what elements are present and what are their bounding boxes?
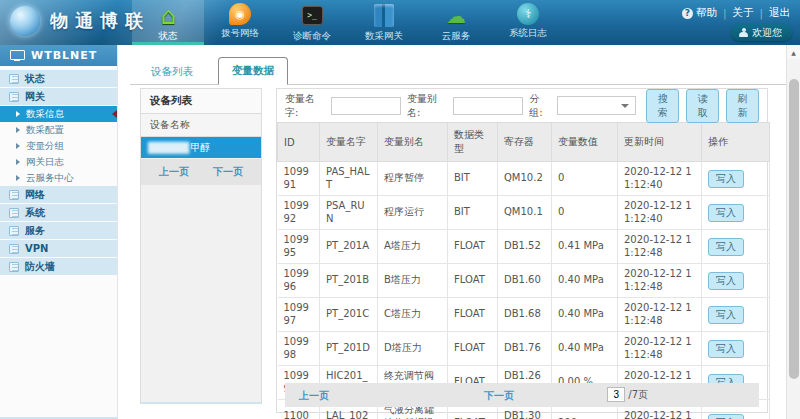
col-alias: 变量别名 <box>378 123 448 162</box>
write-button[interactable]: 写入 <box>708 204 744 222</box>
prev-page-link[interactable]: 上一页 <box>299 389 329 403</box>
nav-label: 拨号网络 <box>221 27 259 40</box>
arrow-right-icon <box>16 159 20 165</box>
nav-label: 状态 <box>159 30 178 43</box>
logout-link[interactable]: 退出 <box>769 6 790 20</box>
write-button[interactable]: 写入 <box>708 414 744 419</box>
cell-name: PT_201B <box>320 264 378 298</box>
sidebar-item-label: 系统 <box>25 206 45 220</box>
write-button[interactable]: 写入 <box>708 170 744 188</box>
list-icon <box>9 92 19 102</box>
page-number-input[interactable] <box>607 387 625 402</box>
device-panel-title: 设备列表 <box>141 89 261 114</box>
divider: | <box>759 7 763 19</box>
col-action: 操作 <box>702 123 770 162</box>
cell-id: 109997 <box>278 298 320 332</box>
nav-item-gateway[interactable]: 数采网关 <box>348 0 420 45</box>
cell-alias: C塔压力 <box>378 298 448 332</box>
cell-updated: 2020-12-12 11:12:40 <box>618 162 702 196</box>
device-item-selected[interactable]: ██████ 甲醇 <box>141 137 261 158</box>
sidebar-sub-label: 数采配置 <box>26 124 64 137</box>
next-page-link[interactable]: 下一页 <box>484 389 514 403</box>
sidebar-item-network[interactable]: 网络 <box>0 186 117 203</box>
main-content: 设备列表 变量数据 设备列表 设备名称 ██████ 甲醇 上一页 下一页 变量… <box>130 45 786 419</box>
variable-alias-input[interactable] <box>453 97 523 115</box>
nav-item-diagnostic[interactable]: >_ 诊断命令 <box>276 0 348 45</box>
device-next-page-link[interactable]: 下一页 <box>213 165 243 179</box>
table-row: 109995 PT_201A A塔压力 FLOAT DB1.52 0.41 MP… <box>278 230 770 264</box>
sidebar-header: WTBLNET <box>0 45 117 66</box>
sidebar-sub-variable-group[interactable]: 变量分组 <box>0 138 117 154</box>
cell-updated: 2020-12-12 11:12:48 <box>618 298 702 332</box>
sidebar-sub-data-collection-info[interactable]: 数采信息 <box>0 106 117 122</box>
cell-action: 写入 <box>702 332 770 366</box>
refresh-button[interactable]: 刷新 <box>726 89 759 123</box>
nav-label: 系统日志 <box>509 27 547 40</box>
nav-item-dial-network[interactable]: ◉ 拨号网络 <box>204 0 276 45</box>
device-prev-page-link[interactable]: 上一页 <box>159 165 189 179</box>
cell-value: 0.41 MPa <box>552 230 618 264</box>
cell-name: PT_201D <box>320 332 378 366</box>
cell-name: PSA_RUN <box>320 196 378 230</box>
nav-item-cloud[interactable]: ☁ 云服务 <box>420 0 492 45</box>
write-button[interactable]: 写入 <box>708 306 744 324</box>
page-total-label: /7页 <box>628 388 648 402</box>
sidebar-item-system[interactable]: 系统 <box>0 204 117 221</box>
write-button[interactable]: 写入 <box>708 272 744 290</box>
variable-table: ID 变量名字 变量别名 数据类型 寄存器 变量数值 更新时间 操作 10999… <box>277 122 770 419</box>
cell-alias: A塔压力 <box>378 230 448 264</box>
list-icon <box>9 74 19 84</box>
nav-item-syslog[interactable]: ⚕ 系统日志 <box>492 0 564 45</box>
col-name: 变量名字 <box>320 123 378 162</box>
list-icon <box>9 244 19 254</box>
sidebar-sub-gateway-log[interactable]: 网关日志 <box>0 154 117 170</box>
cell-value: 0.40 MPa <box>552 332 618 366</box>
cell-register: DB1.60 <box>498 264 552 298</box>
write-button[interactable]: 写入 <box>708 238 744 256</box>
sidebar-item-status[interactable]: 状态 <box>0 70 117 87</box>
sidebar-item-service[interactable]: 服务 <box>0 222 117 239</box>
cell-value: 0.40 MPa <box>552 298 618 332</box>
cell-id: 109996 <box>278 264 320 298</box>
help-link[interactable]: ? 帮助 <box>682 6 717 20</box>
search-button[interactable]: 搜索 <box>646 89 679 123</box>
sidebar-item-gateway[interactable]: 网关 <box>0 88 117 105</box>
device-name-masked: ██████ <box>148 142 188 153</box>
sidebar-sub-data-collection-config[interactable]: 数采配置 <box>0 122 117 138</box>
write-button[interactable]: 写入 <box>708 340 744 358</box>
cell-register: DB1.68 <box>498 298 552 332</box>
sidebar-item-vpn[interactable]: VPN <box>0 240 117 257</box>
filter-bar: 变量名字: 变量别名: 分组: 搜索 读取 刷新 <box>277 89 767 122</box>
variable-alias-label: 变量别名: <box>407 92 447 120</box>
cell-alias: D塔压力 <box>378 332 448 366</box>
tab-variable-data[interactable]: 变量数据 <box>218 57 288 85</box>
app-window: 物通博联 ⌂ 状态 ◉ 拨号网络 >_ 诊断命令 数采网关 ☁ 云服务 <box>0 0 800 419</box>
arrow-right-icon <box>16 143 20 149</box>
device-list-panel: 设备列表 设备名称 ██████ 甲醇 上一页 下一页 <box>140 88 262 404</box>
about-link[interactable]: 关于 <box>732 6 753 20</box>
tab-device-list[interactable]: 设备列表 <box>138 59 206 85</box>
variable-name-input[interactable] <box>331 97 401 115</box>
tab-bar: 设备列表 变量数据 <box>130 57 786 85</box>
cell-updated: 2020-12-12 11:12:48 <box>618 332 702 366</box>
divider: | <box>723 7 727 19</box>
cell-register: DB1.76 <box>498 332 552 366</box>
read-button[interactable]: 读取 <box>686 89 719 123</box>
sidebar-sub-cloud-center[interactable]: 云服务中心 <box>0 170 117 186</box>
table-row: 109992 PSA_RUN 程序运行 BIT QM10.1 0 2020-12… <box>278 196 770 230</box>
top-nav: ⌂ 状态 ◉ 拨号网络 >_ 诊断命令 数采网关 ☁ 云服务 ⚕ 系统日志 <box>132 0 564 45</box>
welcome-user-button[interactable]: 欢迎您 <box>731 24 792 41</box>
scrollbar-thumb[interactable] <box>789 79 799 379</box>
table-row: 109991 PAS_HALT 程序暂停 BIT QM10.2 0 2020-1… <box>278 162 770 196</box>
cell-type: FLOAT <box>448 230 498 264</box>
cell-register: QM10.2 <box>498 162 552 196</box>
vertical-scrollbar[interactable]: ▲ <box>786 45 800 419</box>
nav-item-status[interactable]: ⌂ 状态 <box>132 0 204 45</box>
home-icon: ⌂ <box>156 3 181 28</box>
group-select[interactable] <box>557 96 637 115</box>
cell-type: FLOAT <box>448 298 498 332</box>
cell-type: FLOAT <box>448 332 498 366</box>
sidebar-item-firewall[interactable]: 防火墙 <box>0 258 117 275</box>
cell-action: 写入 <box>702 298 770 332</box>
scroll-up-arrow-icon[interactable]: ▲ <box>787 45 800 59</box>
